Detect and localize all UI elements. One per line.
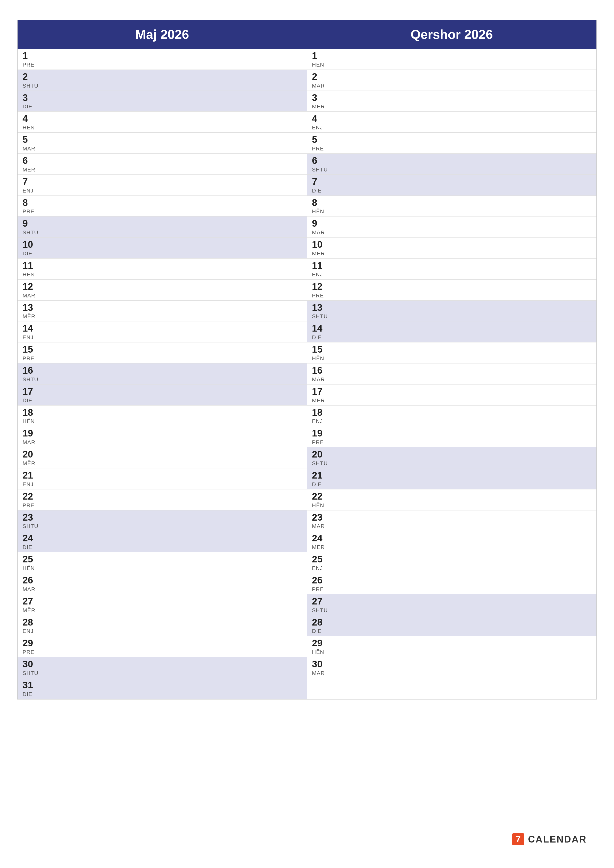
jun-day-row: 12PRE [307, 280, 597, 301]
jun-day-row: 8HËN [307, 196, 597, 217]
jun-day-row: 11ENJ [307, 259, 597, 280]
may-day-row: 24DIE [17, 531, 307, 552]
may-day-row: 3DIE [17, 91, 307, 112]
day-name: SHTU [312, 460, 591, 467]
day-number: 16 [312, 366, 591, 376]
day-number: 27 [23, 596, 302, 607]
day-name: DIE [23, 691, 302, 698]
jun-day-row: 16MAR [307, 363, 597, 384]
jun-column: 1HËN2MAR3MËR4ENJ5PRE6SHTU7DIE8HËN9MAR10M… [307, 49, 597, 699]
day-number: 28 [312, 617, 591, 628]
jun-day-row: 28DIE [307, 615, 597, 636]
day-name: MËR [23, 313, 302, 320]
day-number: 13 [23, 302, 302, 313]
jun-day-row: 9MAR [307, 217, 597, 237]
day-number: 29 [23, 638, 302, 648]
jun-day-row: 2MAR [307, 70, 597, 91]
may-header: Maj 2026 [17, 20, 307, 49]
day-name: MËR [23, 166, 302, 173]
day-name: MAR [23, 146, 302, 152]
day-number: 8 [23, 198, 302, 208]
may-day-row: 14ENJ [17, 321, 307, 343]
day-name: DIE [23, 104, 302, 110]
day-number: 16 [23, 366, 302, 376]
day-name: HËN [23, 418, 302, 425]
day-number: 12 [23, 282, 302, 292]
day-number: 1 [23, 51, 302, 61]
may-day-row: 7ENJ [17, 175, 307, 196]
day-number: 14 [312, 323, 591, 334]
day-number: 23 [23, 512, 302, 523]
day-name: MAR [312, 229, 591, 236]
day-name: PRE [23, 502, 302, 509]
jun-day-row: 17MËR [307, 384, 597, 406]
logo-area: 7 CALENDAR [512, 833, 587, 846]
svg-text:7: 7 [516, 834, 521, 844]
day-number: 17 [23, 386, 302, 397]
day-name: ENJ [312, 124, 591, 131]
day-number: 11 [23, 260, 302, 271]
day-name: HËN [312, 649, 591, 656]
jun-title: Qershor 2026 [410, 27, 493, 42]
jun-day-row: 13SHTU [307, 301, 597, 322]
day-name: ENJ [23, 188, 302, 194]
jun-day-row: 27SHTU [307, 594, 597, 615]
may-day-row: 2SHTU [17, 70, 307, 91]
day-number: 21 [312, 470, 591, 481]
day-number: 23 [312, 512, 591, 523]
day-number: 17 [312, 386, 591, 397]
may-day-row: 18HËN [17, 406, 307, 426]
calendar-body: 1PRE2SHTU3DIE4HËN5MAR6MËR7ENJ8PRE9SHTU10… [17, 49, 597, 699]
may-title: Maj 2026 [135, 27, 189, 42]
day-number: 24 [312, 533, 591, 544]
jun-day-row: 6SHTU [307, 153, 597, 175]
may-day-row: 27MËR [17, 594, 307, 615]
may-day-row: 21ENJ [17, 468, 307, 490]
may-day-row: 12MAR [17, 280, 307, 301]
jun-day-row: 22HËN [307, 490, 597, 510]
day-number: 7 [23, 177, 302, 187]
day-number: 10 [312, 240, 591, 250]
day-number: 7 [312, 177, 591, 187]
jun-day-row: 20SHTU [307, 447, 597, 468]
jun-day-row: 26PRE [307, 573, 597, 594]
may-day-row: 1PRE [17, 49, 307, 70]
day-name: PRE [312, 439, 591, 446]
day-name: MËR [23, 607, 302, 614]
jun-day-row: 18ENJ [307, 406, 597, 426]
day-name: MËR [312, 397, 591, 404]
may-day-row: 8PRE [17, 196, 307, 217]
day-name: DIE [312, 334, 591, 341]
jun-day-row: 23MAR [307, 510, 597, 532]
jun-day-row: 3MËR [307, 91, 597, 112]
jun-day-row: 5PRE [307, 133, 597, 153]
jun-day-row: 19PRE [307, 426, 597, 447]
day-name: PRE [23, 649, 302, 656]
may-day-row: 30SHTU [17, 657, 307, 678]
day-number: 18 [23, 408, 302, 418]
day-name: DIE [312, 188, 591, 194]
day-number: 12 [312, 282, 591, 292]
calendar-logo-icon: 7 [512, 833, 525, 846]
day-name: SHTU [23, 377, 302, 383]
day-number: 25 [23, 554, 302, 565]
day-name: PRE [23, 355, 302, 362]
jun-day-row: 10MËR [307, 237, 597, 259]
day-name: PRE [23, 62, 302, 68]
jun-day-row: 15HËN [307, 343, 597, 363]
day-name: HËN [312, 355, 591, 362]
may-day-row: 9SHTU [17, 217, 307, 237]
day-name: SHTU [23, 523, 302, 530]
day-number: 26 [23, 575, 302, 586]
day-name: PRE [312, 146, 591, 152]
jun-day-row: 29HËN [307, 636, 597, 657]
day-name: SHTU [23, 229, 302, 236]
may-day-row: 29PRE [17, 636, 307, 657]
day-name: SHTU [23, 670, 302, 676]
may-day-row: 15PRE [17, 343, 307, 363]
day-name: ENJ [312, 418, 591, 425]
day-name: DIE [23, 397, 302, 404]
day-number: 3 [23, 93, 302, 103]
day-number: 5 [312, 135, 591, 145]
day-number: 9 [312, 219, 591, 229]
